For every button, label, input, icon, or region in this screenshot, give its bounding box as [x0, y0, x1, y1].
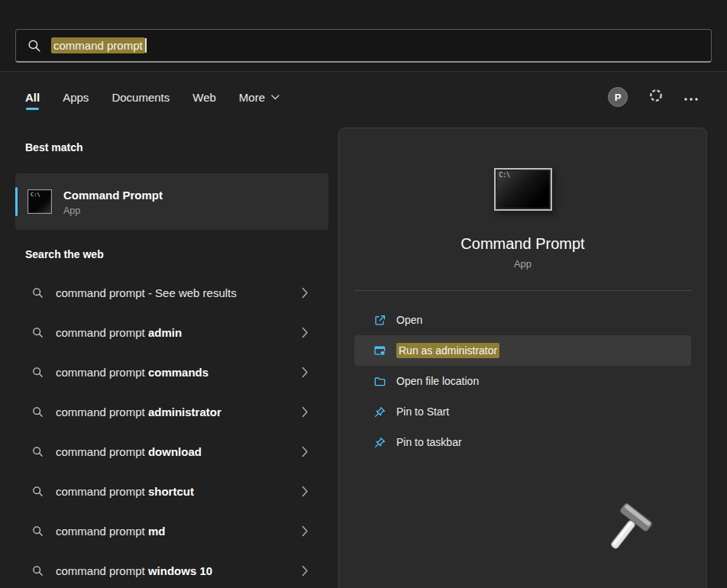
ellipsis-icon	[684, 90, 698, 104]
best-match-meta: Command Prompt App	[63, 188, 163, 216]
pin-icon	[373, 405, 386, 418]
search-icon	[32, 287, 44, 299]
search-header: command prompt	[0, 0, 727, 72]
suggestion-text: command prompt - See web results	[56, 286, 237, 299]
suggestion-text: command prompt windows 10	[56, 564, 212, 577]
search-icon	[32, 327, 44, 338]
tab-label: All	[25, 91, 40, 104]
chevron-right-icon	[302, 565, 309, 577]
tab-apps[interactable]: Apps	[63, 82, 89, 112]
hammer-cursor-icon	[608, 501, 663, 564]
suggestion-text: command prompt shortcut	[56, 485, 194, 498]
settings-button[interactable]	[648, 88, 664, 106]
tab-web[interactable]: Web	[192, 82, 216, 112]
web-suggestions: command prompt - See web results command…	[15, 273, 328, 588]
chevron-right-icon	[302, 446, 309, 457]
icon-shine	[28, 190, 51, 213]
best-match-title: Command Prompt	[63, 188, 163, 203]
search-suggestion-row[interactable]: command prompt admin	[15, 312, 328, 352]
suggestion-text: command prompt administrator	[56, 405, 221, 418]
search-icon	[32, 367, 44, 378]
text-caret	[145, 38, 147, 53]
action-label: Open file location	[396, 375, 479, 387]
search-suggestion-row[interactable]: command prompt - See web results	[15, 273, 328, 312]
search-suggestion-row[interactable]: command prompt shortcut	[15, 471, 328, 511]
search-icon	[32, 406, 44, 418]
search-suggestion-row[interactable]: command prompt md	[15, 511, 328, 551]
action-label: Pin to taskbar	[396, 436, 462, 448]
action-pin-to-taskbar[interactable]: Pin to taskbar	[354, 427, 691, 457]
command-prompt-icon-large: C:\	[494, 168, 552, 211]
chevron-right-icon	[302, 327, 309, 338]
windows-search-flyout: command prompt All Apps Documents Web Mo…	[0, 0, 727, 588]
action-label: Run as administrator	[396, 343, 499, 358]
chevron-down-icon	[271, 95, 279, 100]
filter-tabs: All Apps Documents Web More	[25, 82, 279, 112]
results-list: Best match C:\ Command Prompt App Search…	[15, 128, 328, 588]
admin-shield-icon	[373, 344, 386, 357]
search-results: Best match C:\ Command Prompt App Search…	[0, 128, 727, 588]
search-query: command prompt	[51, 37, 147, 53]
action-open-file-location[interactable]: Open file location	[354, 366, 691, 396]
command-prompt-icon: C:\	[27, 189, 52, 214]
preview-app-title: Command Prompt	[460, 235, 584, 253]
suggestion-text: command prompt commands	[56, 366, 208, 379]
icon-prompt-text: C:\	[499, 172, 510, 179]
tab-documents[interactable]: Documents	[111, 82, 170, 112]
chevron-right-icon	[302, 525, 309, 537]
search-icon	[32, 525, 44, 537]
search-icon	[32, 446, 44, 457]
gear-icon	[648, 88, 664, 106]
tab-label: More	[239, 91, 265, 104]
action-label: Open	[396, 314, 422, 326]
best-match-heading: Best match	[25, 140, 328, 155]
best-match-item[interactable]: C:\ Command Prompt App	[15, 173, 328, 230]
chevron-right-icon	[302, 406, 309, 418]
open-in-new-icon	[373, 314, 386, 327]
filter-tabs-row: All Apps Documents Web More P	[25, 82, 698, 112]
search-suggestion-row[interactable]: command prompt download	[15, 431, 328, 471]
search-icon	[27, 39, 41, 53]
chevron-right-icon	[302, 287, 309, 299]
avatar-letter: P	[615, 92, 622, 103]
preview-app-subtitle: App	[514, 258, 532, 270]
chevron-right-icon	[302, 486, 309, 497]
search-suggestion-row[interactable]: command prompt administrator	[15, 392, 328, 431]
suggestion-text: command prompt download	[56, 445, 202, 458]
action-run-as-administrator[interactable]: Run as administrator	[354, 335, 691, 366]
search-icon	[32, 565, 44, 577]
tab-label: Web	[192, 91, 216, 104]
selection-accent-bar	[15, 187, 18, 216]
more-options-button[interactable]	[684, 90, 698, 104]
best-match-subtitle: App	[63, 205, 163, 216]
search-query-text: command prompt	[51, 37, 145, 53]
preview-panel: C:\ Command Prompt App Open Run as admin…	[338, 128, 707, 588]
search-suggestion-row[interactable]: command prompt commands	[15, 352, 328, 392]
action-open[interactable]: Open	[354, 305, 691, 335]
tab-all[interactable]: All	[25, 82, 40, 112]
suggestion-text: command prompt md	[56, 525, 165, 538]
search-suggestion-row[interactable]: command prompt windows 10	[15, 551, 328, 588]
search-input[interactable]: command prompt	[15, 29, 712, 63]
pin-icon	[373, 436, 386, 449]
tab-label: Apps	[63, 91, 89, 104]
folder-icon	[373, 375, 386, 388]
tab-more[interactable]: More	[239, 82, 279, 112]
header-actions: P	[608, 87, 698, 107]
search-web-heading: Search the web	[25, 247, 328, 262]
search-icon	[32, 486, 44, 497]
action-list: Open Run as administrator Open file loca…	[354, 305, 691, 457]
suggestion-text: command prompt admin	[56, 326, 182, 339]
action-label: Pin to Start	[396, 405, 449, 418]
chevron-right-icon	[302, 367, 309, 378]
divider	[354, 290, 691, 291]
user-avatar[interactable]: P	[608, 87, 628, 107]
action-pin-to-start[interactable]: Pin to Start	[354, 396, 691, 427]
tab-label: Documents	[111, 91, 170, 104]
